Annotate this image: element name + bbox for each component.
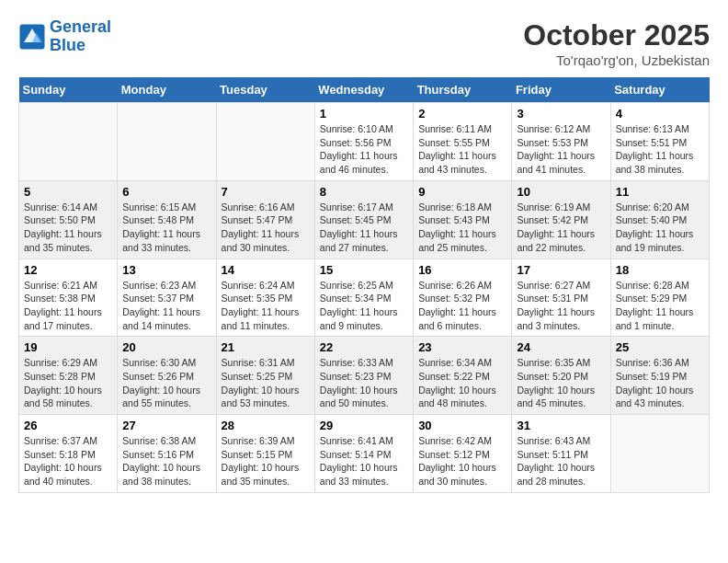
calendar-cell: 14Sunrise: 6:24 AM Sunset: 5:35 PM Dayli… <box>216 259 314 337</box>
day-info: Sunrise: 6:20 AM Sunset: 5:40 PM Dayligh… <box>616 201 704 255</box>
day-number: 27 <box>122 419 210 432</box>
calendar-cell: 2Sunrise: 6:11 AM Sunset: 5:55 PM Daylig… <box>414 103 512 181</box>
calendar-cell: 5Sunrise: 6:14 AM Sunset: 5:50 PM Daylig… <box>19 180 118 259</box>
calendar-table: SundayMondayTuesdayWednesdayThursdayFrid… <box>18 77 710 493</box>
day-number: 9 <box>418 185 506 199</box>
calendar-cell: 15Sunrise: 6:25 AM Sunset: 5:34 PM Dayli… <box>314 259 413 337</box>
day-number: 28 <box>222 419 310 432</box>
calendar-week-4: 19Sunrise: 6:29 AM Sunset: 5:28 PM Dayli… <box>19 337 710 415</box>
calendar-cell: 30Sunrise: 6:42 AM Sunset: 5:12 PM Dayli… <box>414 415 512 493</box>
logo-icon <box>18 23 46 51</box>
calendar-cell: 12Sunrise: 6:21 AM Sunset: 5:38 PM Dayli… <box>19 259 118 337</box>
day-info: Sunrise: 6:12 AM Sunset: 5:53 PM Dayligh… <box>517 122 605 177</box>
page-header: GeneralBlue October 2025 To'rqao'rg'on, … <box>18 18 710 68</box>
day-number: 4 <box>616 107 704 121</box>
calendar-cell: 4Sunrise: 6:13 AM Sunset: 5:51 PM Daylig… <box>610 103 709 181</box>
day-number: 19 <box>24 340 112 354</box>
calendar-cell: 22Sunrise: 6:33 AM Sunset: 5:23 PM Dayli… <box>314 337 413 415</box>
calendar-cell: 7Sunrise: 6:16 AM Sunset: 5:47 PM Daylig… <box>216 180 314 259</box>
calendar-cell: 23Sunrise: 6:34 AM Sunset: 5:22 PM Dayli… <box>414 337 512 415</box>
day-info: Sunrise: 6:24 AM Sunset: 5:35 PM Dayligh… <box>222 279 310 333</box>
day-number: 20 <box>122 340 210 354</box>
day-number: 5 <box>24 185 112 199</box>
day-info: Sunrise: 6:10 AM Sunset: 5:56 PM Dayligh… <box>320 122 408 177</box>
day-info: Sunrise: 6:42 AM Sunset: 5:12 PM Dayligh… <box>418 434 506 488</box>
calendar-cell: 9Sunrise: 6:18 AM Sunset: 5:43 PM Daylig… <box>414 180 512 259</box>
calendar-cell: 26Sunrise: 6:37 AM Sunset: 5:18 PM Dayli… <box>19 415 118 493</box>
calendar-cell: 21Sunrise: 6:31 AM Sunset: 5:25 PM Dayli… <box>216 337 314 415</box>
day-number: 15 <box>320 263 408 277</box>
weekday-header-wednesday: Wednesday <box>314 77 413 103</box>
day-info: Sunrise: 6:14 AM Sunset: 5:50 PM Dayligh… <box>24 201 112 255</box>
day-info: Sunrise: 6:36 AM Sunset: 5:19 PM Dayligh… <box>616 356 704 410</box>
day-info: Sunrise: 6:13 AM Sunset: 5:51 PM Dayligh… <box>616 122 704 177</box>
calendar-week-1: 1Sunrise: 6:10 AM Sunset: 5:56 PM Daylig… <box>19 103 710 181</box>
day-info: Sunrise: 6:39 AM Sunset: 5:15 PM Dayligh… <box>222 434 310 488</box>
day-info: Sunrise: 6:16 AM Sunset: 5:47 PM Dayligh… <box>222 201 310 255</box>
day-number: 25 <box>616 340 704 354</box>
day-info: Sunrise: 6:11 AM Sunset: 5:55 PM Dayligh… <box>418 122 506 177</box>
logo: GeneralBlue <box>18 18 111 55</box>
day-number: 13 <box>122 263 210 277</box>
calendar-cell: 1Sunrise: 6:10 AM Sunset: 5:56 PM Daylig… <box>314 103 413 181</box>
calendar-cell: 3Sunrise: 6:12 AM Sunset: 5:53 PM Daylig… <box>512 103 610 181</box>
month-title: October 2025 <box>523 18 710 52</box>
day-number: 2 <box>418 107 506 121</box>
day-number: 29 <box>320 419 408 432</box>
calendar-cell: 17Sunrise: 6:27 AM Sunset: 5:31 PM Dayli… <box>512 259 610 337</box>
day-info: Sunrise: 6:27 AM Sunset: 5:31 PM Dayligh… <box>517 279 605 333</box>
day-info: Sunrise: 6:21 AM Sunset: 5:38 PM Dayligh… <box>24 279 112 333</box>
calendar-cell <box>118 103 216 181</box>
location: To'rqao'rg'on, Uzbekistan <box>523 52 710 68</box>
day-number: 14 <box>222 263 310 277</box>
calendar-cell: 27Sunrise: 6:38 AM Sunset: 5:16 PM Dayli… <box>118 415 216 493</box>
day-number: 24 <box>517 340 605 354</box>
day-info: Sunrise: 6:29 AM Sunset: 5:28 PM Dayligh… <box>24 356 112 410</box>
day-number: 21 <box>222 340 310 354</box>
day-info: Sunrise: 6:37 AM Sunset: 5:18 PM Dayligh… <box>24 434 112 488</box>
calendar-cell <box>19 103 118 181</box>
day-info: Sunrise: 6:41 AM Sunset: 5:14 PM Dayligh… <box>320 434 408 488</box>
logo-text: GeneralBlue <box>50 18 111 55</box>
calendar-cell: 16Sunrise: 6:26 AM Sunset: 5:32 PM Dayli… <box>414 259 512 337</box>
weekday-header-tuesday: Tuesday <box>216 77 314 103</box>
weekday-header-saturday: Saturday <box>610 77 709 103</box>
day-number: 11 <box>616 185 704 199</box>
day-info: Sunrise: 6:15 AM Sunset: 5:48 PM Dayligh… <box>122 201 210 255</box>
calendar-week-2: 5Sunrise: 6:14 AM Sunset: 5:50 PM Daylig… <box>19 180 710 259</box>
day-info: Sunrise: 6:23 AM Sunset: 5:37 PM Dayligh… <box>122 279 210 333</box>
title-block: October 2025 To'rqao'rg'on, Uzbekistan <box>523 18 710 68</box>
day-number: 16 <box>418 263 506 277</box>
day-info: Sunrise: 6:18 AM Sunset: 5:43 PM Dayligh… <box>418 201 506 255</box>
day-info: Sunrise: 6:28 AM Sunset: 5:29 PM Dayligh… <box>616 279 704 333</box>
day-number: 7 <box>222 185 310 199</box>
weekday-header-monday: Monday <box>118 77 216 103</box>
calendar-cell: 24Sunrise: 6:35 AM Sunset: 5:20 PM Dayli… <box>512 337 610 415</box>
day-info: Sunrise: 6:17 AM Sunset: 5:45 PM Dayligh… <box>320 201 408 255</box>
day-number: 26 <box>24 419 112 432</box>
calendar-cell: 10Sunrise: 6:19 AM Sunset: 5:42 PM Dayli… <box>512 180 610 259</box>
calendar-cell: 8Sunrise: 6:17 AM Sunset: 5:45 PM Daylig… <box>314 180 413 259</box>
calendar-week-5: 26Sunrise: 6:37 AM Sunset: 5:18 PM Dayli… <box>19 415 710 493</box>
calendar-week-3: 12Sunrise: 6:21 AM Sunset: 5:38 PM Dayli… <box>19 259 710 337</box>
calendar-cell: 13Sunrise: 6:23 AM Sunset: 5:37 PM Dayli… <box>118 259 216 337</box>
day-number: 30 <box>418 419 506 432</box>
weekday-header-friday: Friday <box>512 77 610 103</box>
day-info: Sunrise: 6:30 AM Sunset: 5:26 PM Dayligh… <box>122 356 210 410</box>
day-info: Sunrise: 6:19 AM Sunset: 5:42 PM Dayligh… <box>517 201 605 255</box>
calendar-cell: 29Sunrise: 6:41 AM Sunset: 5:14 PM Dayli… <box>314 415 413 493</box>
calendar-cell <box>216 103 314 181</box>
day-info: Sunrise: 6:31 AM Sunset: 5:25 PM Dayligh… <box>222 356 310 410</box>
calendar-cell: 19Sunrise: 6:29 AM Sunset: 5:28 PM Dayli… <box>19 337 118 415</box>
calendar-cell: 18Sunrise: 6:28 AM Sunset: 5:29 PM Dayli… <box>610 259 709 337</box>
calendar-cell: 11Sunrise: 6:20 AM Sunset: 5:40 PM Dayli… <box>610 180 709 259</box>
day-number: 1 <box>320 107 408 121</box>
calendar-cell: 25Sunrise: 6:36 AM Sunset: 5:19 PM Dayli… <box>610 337 709 415</box>
day-number: 17 <box>517 263 605 277</box>
day-number: 10 <box>517 185 605 199</box>
calendar-cell: 6Sunrise: 6:15 AM Sunset: 5:48 PM Daylig… <box>118 180 216 259</box>
day-number: 23 <box>418 340 506 354</box>
day-info: Sunrise: 6:43 AM Sunset: 5:11 PM Dayligh… <box>517 434 605 488</box>
calendar-cell: 28Sunrise: 6:39 AM Sunset: 5:15 PM Dayli… <box>216 415 314 493</box>
day-info: Sunrise: 6:26 AM Sunset: 5:32 PM Dayligh… <box>418 279 506 333</box>
